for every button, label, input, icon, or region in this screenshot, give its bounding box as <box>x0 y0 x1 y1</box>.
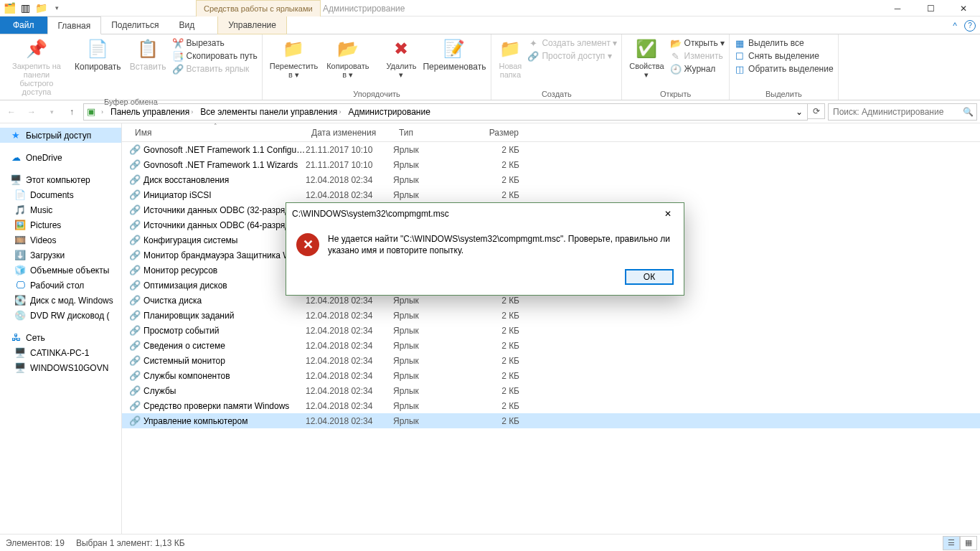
breadcrumb-item[interactable]: Все элементы панели управления › <box>197 107 344 117</box>
view-details-button[interactable]: ☰ <box>943 536 960 550</box>
nav-network[interactable]: 🖧Сеть <box>0 330 121 345</box>
file-size: 2 КБ <box>476 371 528 381</box>
tab-manage[interactable]: Управление <box>217 17 287 34</box>
file-name: Govnosoft .NET Framework 1.1 Wizards <box>143 160 306 170</box>
file-size: 2 КБ <box>476 386 528 396</box>
nav-documents[interactable]: 📄Documents <box>0 187 121 202</box>
file-row[interactable]: 🔗Службы12.04.2018 02:34Ярлык2 КБ <box>122 383 980 398</box>
file-row[interactable]: 🔗Govnosoft .NET Framework 1.1 Wizards21.… <box>122 157 980 172</box>
breadcrumb-dropdown-icon[interactable]: ⌄ <box>793 107 806 117</box>
easy-access-button[interactable]: 🔗Простой доступ ▾ <box>527 50 617 62</box>
file-row[interactable]: 🔗Сведения о системе12.04.2018 02:34Ярлык… <box>122 338 980 353</box>
file-row[interactable]: 🔗Диск восстановления12.04.2018 02:34Ярлы… <box>122 172 980 187</box>
nav-dvd[interactable]: 💿DVD RW дисковод ( <box>0 308 121 323</box>
file-row[interactable]: 🔗Планировщик заданий12.04.2018 02:34Ярлы… <box>122 308 980 323</box>
edit-button[interactable]: ✎Изменить <box>670 50 725 62</box>
copy-to-button[interactable]: 📂Копировать в ▾ <box>324 36 372 80</box>
file-type: Ярлык <box>393 401 476 411</box>
nav-music[interactable]: 🎵Music <box>0 202 121 217</box>
search-box[interactable]: 🔍 <box>828 103 977 121</box>
tab-view[interactable]: Вид <box>169 17 204 34</box>
file-row[interactable]: 🔗Инициатор iSCSI12.04.2018 02:34Ярлык2 К… <box>122 187 980 202</box>
cut-button[interactable]: ✂️Вырезать <box>172 37 258 49</box>
column-type[interactable]: Тип <box>393 123 476 141</box>
pin-quickaccess-button[interactable]: 📌Закрепить на панели быстрого доступа <box>4 36 69 98</box>
tab-share[interactable]: Поделиться <box>101 17 169 34</box>
close-button[interactable]: ✕ <box>947 0 980 17</box>
nav-up-button[interactable]: ↑ <box>63 103 80 121</box>
ribbon-collapse-icon[interactable]: ^ <box>953 21 957 31</box>
qat-dropdown-icon[interactable]: ▾ <box>50 1 63 14</box>
nav-network-pc[interactable]: 🖥️WINDOWS10GOVN <box>0 360 121 375</box>
nav-forward-button[interactable]: → <box>23 103 40 121</box>
copy-icon: 📄 <box>86 37 109 60</box>
tab-home[interactable]: Главная <box>47 17 102 34</box>
dialog-close-button[interactable]: ✕ <box>658 206 678 222</box>
nav-recent-button[interactable]: ▾ <box>43 103 60 121</box>
breadcrumb-bar[interactable]: ▣ › Панель управления › Все элементы пан… <box>83 103 808 121</box>
rename-icon: 📝 <box>443 37 466 60</box>
select-all-button[interactable]: ▦Выделить все <box>734 37 834 49</box>
file-name: Очистка диска <box>143 296 306 306</box>
column-date[interactable]: Дата изменения <box>306 123 393 141</box>
qat-properties-icon[interactable]: ▥ <box>19 1 32 14</box>
group-new-label: Создать <box>496 90 617 100</box>
breadcrumb-item[interactable]: Панель управления › <box>108 107 196 117</box>
file-name: Источники данных ODBC (64-разрядная верс… <box>143 220 306 230</box>
maximize-button[interactable]: ☐ <box>914 0 947 17</box>
nav-mod-disk[interactable]: 💽Диск с мод. Windows <box>0 293 121 308</box>
shortcut-icon: 🔗 <box>129 340 141 352</box>
search-input[interactable] <box>831 106 963 118</box>
file-name: Управление компьютером <box>143 416 306 426</box>
refresh-button[interactable]: ⟳ <box>808 103 825 119</box>
new-item-button[interactable]: ✦Создать элемент ▾ <box>527 37 617 49</box>
nav-3d-objects[interactable]: 🧊Объемные объекты <box>0 263 121 278</box>
rename-button[interactable]: 📝Переименовать <box>422 36 486 73</box>
file-row[interactable]: 🔗Системный монитор12.04.2018 02:34Ярлык2… <box>122 353 980 368</box>
file-row[interactable]: 🔗Govnosoft .NET Framework 1.1 Configur..… <box>122 142 980 157</box>
nav-quick-access[interactable]: ★Быстрый доступ <box>0 128 121 143</box>
open-button[interactable]: 📂Открыть ▾ <box>670 37 725 49</box>
breadcrumb-item[interactable]: Администрирование <box>345 107 433 117</box>
nav-onedrive[interactable]: ☁OneDrive <box>0 150 121 165</box>
nav-downloads[interactable]: ⬇️Загрузки <box>0 248 121 263</box>
file-name: Средство проверки памяти Windows <box>143 401 306 411</box>
move-to-button[interactable]: 📁Переместить в ▾ <box>267 36 321 80</box>
view-icons-button[interactable]: ▦ <box>960 536 977 550</box>
file-row[interactable]: 🔗Просмотр событий12.04.2018 02:34Ярлык2 … <box>122 323 980 338</box>
help-icon[interactable]: ? <box>964 20 976 32</box>
copy-path-button[interactable]: 📑Скопировать путь <box>172 50 258 62</box>
minimize-button[interactable]: ─ <box>881 0 914 17</box>
shortcut-icon: 🔗 <box>129 235 141 246</box>
history-button[interactable]: 🕘Журнал <box>670 63 725 75</box>
column-size[interactable]: Размер <box>476 123 528 141</box>
nav-pictures[interactable]: 🖼️Pictures <box>0 217 121 232</box>
file-row[interactable]: 🔗Службы компонентов12.04.2018 02:34Ярлык… <box>122 368 980 383</box>
file-type: Ярлык <box>393 175 476 185</box>
nav-desktop[interactable]: 🖵Рабочий стол <box>0 278 121 293</box>
nav-network-pc[interactable]: 🖥️CATINKA-PC-1 <box>0 345 121 360</box>
nav-videos[interactable]: 🎞️Videos <box>0 232 121 248</box>
file-date: 12.04.2018 02:34 <box>306 401 393 411</box>
dialog-ok-button[interactable]: ОК <box>625 269 674 285</box>
copy-button[interactable]: 📄Копировать <box>72 36 124 73</box>
group-open-label: Открыть <box>626 90 725 100</box>
delete-button[interactable]: ✖Удалить ▾ <box>383 36 419 80</box>
nav-this-pc[interactable]: 🖥️Этот компьютер <box>0 172 121 187</box>
new-folder-button[interactable]: 📁Новая папка <box>496 36 524 80</box>
file-row[interactable]: 🔗Средство проверки памяти Windows12.04.2… <box>122 398 980 413</box>
properties-button[interactable]: ✅Свойства ▾ <box>626 36 666 80</box>
select-all-icon: ▦ <box>734 37 745 49</box>
select-none-button[interactable]: ☐Снять выделение <box>734 50 834 62</box>
select-invert-button[interactable]: ◫Обратить выделение <box>734 63 834 75</box>
file-type: Ярлык <box>393 145 476 155</box>
shortcut-icon: 🔗 <box>129 250 141 261</box>
file-name: Планировщик заданий <box>143 311 306 321</box>
paste-shortcut-button[interactable]: 🔗Вставить ярлык <box>172 63 258 75</box>
easy-access-icon: 🔗 <box>527 50 539 62</box>
file-row[interactable]: 🔗Управление компьютером12.04.2018 02:34Я… <box>122 413 980 428</box>
paste-button[interactable]: 📋Вставить <box>127 36 169 73</box>
nav-back-button[interactable]: ← <box>3 103 20 121</box>
qat-newfolder-icon[interactable]: 📁 <box>34 1 47 14</box>
tab-file[interactable]: Файл <box>0 17 47 34</box>
